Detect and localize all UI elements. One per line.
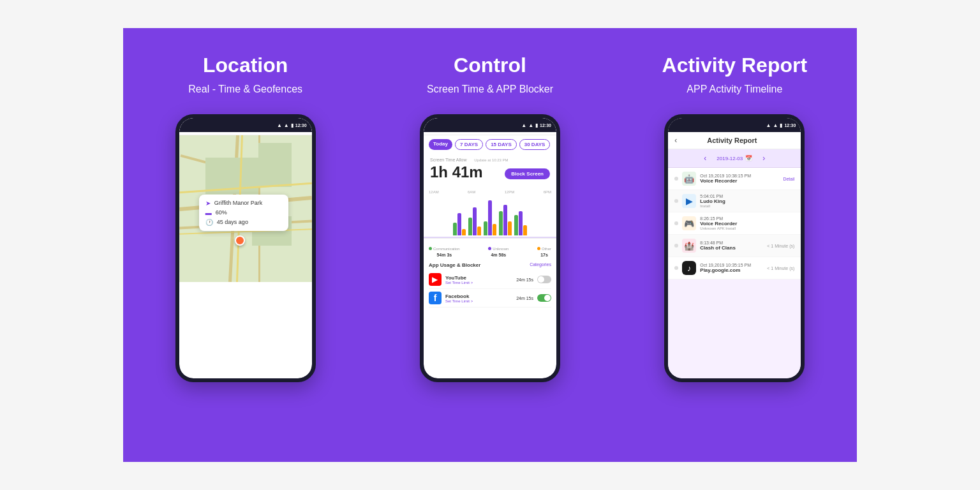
bar-group-4 [499, 205, 512, 235]
categories-link[interactable]: Categories [530, 262, 551, 268]
signal-icon-2: ▲ [521, 122, 526, 128]
tab-today[interactable]: Today [429, 139, 452, 150]
app-row-facebook: f Facebook Set Time Limit > 24m 15s [429, 289, 551, 308]
activity-duration-5: < 1 Minute (s) [767, 266, 794, 271]
activity-dot-1 [674, 177, 678, 181]
bar-orange-4 [508, 221, 512, 235]
activity-item-1: 🤖 Oct 19,2019 10:38:15 PM Voice Recorder… [668, 168, 801, 190]
activity-time-1: Oct 19,2019 10:38:15 PM [700, 174, 779, 178]
legend-other: Other 17s [537, 241, 551, 257]
facebook-time: 24m 15s [516, 296, 533, 301]
activity-info-3: 8:26:15 PM Voice Recorder Unknown APK In… [700, 216, 794, 230]
youtube-limit[interactable]: Set Time Limit > [445, 281, 516, 285]
activity-action-2: Install [700, 204, 794, 208]
legend-dot-orange [537, 247, 540, 250]
app-icon-voice-recorder-2: 🎮 [682, 216, 696, 230]
tab-30days[interactable]: 30 DAYS [519, 139, 551, 150]
status-time-3: 12:30 [784, 123, 796, 128]
phone-location: ▲ ▲ ▮ 12:30 ‹ Real - Time Location ↻ [175, 114, 316, 382]
youtube-name: YouTube [445, 275, 516, 281]
prev-date-arrow[interactable]: ‹ [704, 154, 706, 163]
bar-chart: 12AM 6AM 12PM 6PM [424, 188, 556, 239]
activity-info-1: Oct 19,2019 10:38:15 PM Voice Recorder [700, 174, 779, 184]
panel-location-title: Location [203, 54, 288, 77]
bar-group-5 [514, 211, 527, 235]
screen-time-allow-label: Screen Time Allow Update at 10:23 PM [430, 158, 550, 162]
bar-orange-3 [493, 224, 496, 235]
toggle-knob-yt [538, 276, 544, 283]
activity-content: ‹ Activity Report ‹ 2019-12-03 📅 › [668, 132, 801, 378]
bar-orange-2 [477, 226, 481, 235]
tab-15days[interactable]: 15 DAYS [486, 139, 517, 150]
youtube-toggle[interactable] [537, 276, 551, 283]
map-area: ➤ Griffith Manor Park ▬ 60% 🕐 45 days ag… [179, 135, 312, 282]
activity-time-4: 8:13:48 PM [700, 241, 763, 245]
app-usage-header: App Usage & Blocker Categories [429, 262, 551, 268]
bar-green-5 [514, 215, 518, 235]
phone-activity-notch: ▲ ▲ ▮ 12:30 [668, 118, 801, 132]
activity-dot-5 [674, 266, 678, 270]
youtube-icon: ▶ [429, 273, 442, 286]
bar-purple-1 [457, 213, 461, 235]
tab-7days[interactable]: 7 DAYS [455, 139, 483, 150]
facebook-limit[interactable]: Set Time Limit > [445, 299, 516, 303]
panel-control-title: Control [454, 54, 526, 77]
activity-item-3: 🎮 8:26:15 PM Voice Recorder Unknown APK … [668, 212, 801, 235]
date-nav: 2019-12-03 📅 [711, 153, 757, 163]
location-icon: ➤ [205, 200, 211, 207]
panel-activity: Activity Report APP Activity Timeline ▲ … [612, 28, 857, 462]
wifi-icon: ▲ [284, 122, 289, 128]
popup-place-row: ➤ Griffith Manor Park [205, 200, 282, 207]
bar-orange-5 [523, 225, 527, 235]
status-time-2: 12:30 [540, 123, 551, 128]
panel-activity-subtitle: APP Activity Timeline [687, 84, 782, 95]
panels-container: Location Real - Time & Geofences ▲ ▲ ▮ 1… [123, 28, 857, 462]
bar-green-2 [468, 218, 472, 235]
facebook-name: Facebook [445, 293, 516, 299]
activity-list: 🤖 Oct 19,2019 10:38:15 PM Voice Recorder… [668, 168, 801, 279]
block-screen-button[interactable]: Block Screen [505, 168, 550, 179]
date-nav-bar: ‹ 2019-12-03 📅 › [668, 149, 801, 168]
chart-labels: 12AM 6AM 12PM 6PM [429, 190, 551, 194]
bar-green-3 [484, 221, 487, 235]
activity-app-4: Clash of Clans [700, 245, 763, 251]
facebook-info: Facebook Set Time Limit > [445, 293, 516, 303]
activity-item-4: 🏰 8:13:48 PM Clash of Clans < 1 Minute (… [668, 235, 801, 257]
panel-location: Location Real - Time & Geofences ▲ ▲ ▮ 1… [123, 28, 368, 462]
activity-time-2: 5:04:01 PM [700, 194, 794, 198]
activity-item-2: ▶ 5:04:01 PM Ludo King Install [668, 190, 801, 212]
phone-location-screen: ‹ Real - Time Location ↻ [179, 118, 312, 378]
calendar-icon[interactable]: 📅 [745, 155, 752, 161]
app-icon-ludo: ▶ [682, 194, 696, 208]
panel-location-subtitle: Real - Time & Geofences [188, 84, 302, 95]
battery-icon-3: ▮ [780, 122, 782, 128]
youtube-info: YouTube Set Time Limit > [445, 275, 516, 285]
activity-time-5: Oct 19,2019 10:35:15 PM [700, 263, 763, 267]
bar-group-2 [468, 207, 481, 235]
bar-purple-2 [473, 207, 477, 235]
popup-battery: 60% [216, 209, 227, 216]
detail-link-1[interactable]: Detail [783, 177, 794, 181]
activity-dot-4 [674, 244, 678, 248]
location-popup: ➤ Griffith Manor Park ▬ 60% 🕐 45 days ag… [199, 195, 288, 231]
facebook-toggle[interactable] [537, 294, 551, 302]
legend-communication: Communication 54m 3s [429, 241, 460, 257]
back-icon-3[interactable]: ‹ [674, 136, 677, 145]
battery-icon-2: ▮ [535, 122, 538, 128]
legend-label-other: Other [542, 247, 551, 251]
activity-duration-4: < 1 Minute (s) [767, 244, 794, 248]
next-date-arrow[interactable]: › [762, 154, 765, 163]
chart-legend: Communication 54m 3s Unknown 4m 58s Othe… [424, 239, 556, 260]
screen-time-tabs: Today 7 DAYS 15 DAYS 30 DAYS [424, 135, 556, 154]
panel-control-subtitle: Screen Time & APP Blocker [427, 84, 553, 95]
bar-orange-1 [462, 229, 466, 235]
panel-activity-title: Activity Report [662, 54, 808, 77]
time-label-12pm: 12PM [505, 190, 515, 194]
legend-label-unknown: Unknown [493, 247, 509, 251]
activity-dot-2 [674, 199, 678, 203]
app-usage-title: App Usage & Blocker [429, 262, 480, 268]
phone-location-notch: ▲ ▲ ▮ 12:30 [179, 118, 312, 132]
activity-info-4: 8:13:48 PM Clash of Clans [700, 241, 763, 251]
activity-info-5: Oct 19,2019 10:35:15 PM Play.google.com [700, 263, 763, 273]
signal-icon-3: ▲ [766, 122, 771, 128]
